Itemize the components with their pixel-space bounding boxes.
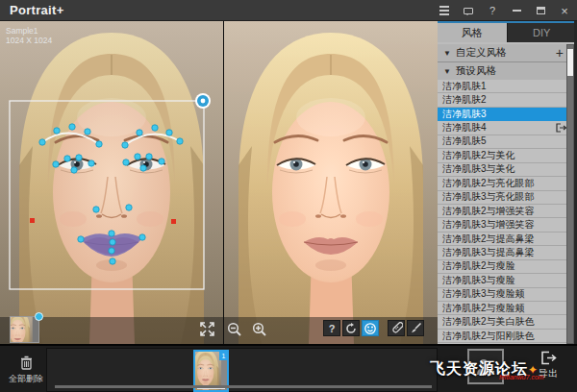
brush-tool-button[interactable] — [407, 320, 424, 336]
photo-canvas[interactable]: Sample1 1024 X 1024 — [0, 21, 438, 344]
zoom-in-icon — [252, 322, 266, 336]
landmark-overlay[interactable]: Sample1 1024 X 1024 — [0, 21, 223, 344]
section-label: 自定义风格 — [456, 46, 507, 60]
forum-watermark: 飞天资源论坛✦ feitianwu7.com — [430, 359, 538, 380]
before-image[interactable]: Sample1 1024 X 1024 — [0, 21, 223, 344]
style-item[interactable]: 洁净肌肤2与瘦脸颊 — [438, 302, 569, 315]
app-title: Portrait+ — [0, 3, 64, 17]
style-item-label: 洁净肌肤3与亮化眼部 — [442, 190, 535, 204]
collapse-icon[interactable]: ▼ — [443, 49, 451, 58]
style-item[interactable]: 洁净肌肤2与阳刚肤色 — [438, 330, 569, 343]
style-item-label: 洁净肌肤2与美白肤色 — [442, 315, 535, 329]
add-style-button[interactable]: + — [556, 46, 564, 60]
style-item-label: 洁净肌肤2与阳刚肤色 — [442, 330, 535, 343]
style-item[interactable]: 洁净肌肤3与提高鼻梁 — [438, 246, 569, 259]
help-icon[interactable]: ? — [486, 4, 499, 17]
face-frame — [10, 101, 204, 289]
style-item-label: 洁净肌肤2 — [442, 93, 487, 107]
style-item[interactable]: 洁净肌肤2与瘦脸 — [438, 260, 569, 274]
trash-icon — [20, 355, 33, 370]
landmark-points — [39, 124, 183, 264]
style-item-label: 洁净肌肤2与瘦脸 — [442, 259, 515, 273]
blemish-icon — [390, 322, 403, 334]
scrollbar-thumb[interactable] — [567, 49, 573, 76]
photo-filmstrip[interactable]: 1 — [46, 348, 438, 392]
collapse-icon[interactable]: ▼ — [443, 67, 451, 76]
styles-sidebar: 风格DIY ▼ 自定义风格 + ▼ 预设风格 洁净肌肤1洁净肌肤2洁净肌肤3洁净… — [438, 21, 577, 344]
style-list: 洁净肌肤1洁净肌肤2洁净肌肤3洁净肌肤4洁净肌肤5洁净肌肤2与美化洁净肌肤3与美… — [438, 80, 569, 344]
style-item-label: 洁净肌肤2与瘦脸颊 — [442, 302, 525, 315]
style-item-label: 洁净肌肤3与美化 — [442, 162, 515, 176]
face-points-toggle[interactable] — [362, 320, 379, 336]
style-item-label: 洁净肌肤3与增强笑容 — [442, 218, 535, 232]
delete-all-label: 全部删除 — [9, 373, 43, 385]
zoom-out-icon — [227, 322, 241, 336]
section-custom-styles[interactable]: ▼ 自定义风格 + — [438, 44, 569, 62]
style-item-label: 洁净肌肤3与提高鼻梁 — [442, 246, 535, 259]
style-item[interactable]: 洁净肌肤4 — [438, 121, 569, 135]
style-item[interactable]: 洁净肌肤2与增强笑容 — [438, 205, 569, 218]
portrait-plus-window: Portrait+ ? × Sample1 1024 X 1024 — [0, 0, 577, 392]
brush-icon — [410, 322, 422, 334]
delete-all-button[interactable]: 全部删除 — [6, 350, 46, 390]
image-name-label: Sample1 — [6, 26, 38, 36]
detected-face-thumbnail[interactable] — [10, 316, 39, 343]
style-item[interactable]: 洁净肌肤1 — [438, 80, 569, 93]
style-item-label: 洁净肌肤2与美化 — [442, 149, 515, 162]
bottom-bar: 全部删除 1 导出 飞天资源论坛✦ — [0, 344, 577, 392]
style-item[interactable]: 洁净肌肤3与瘦脸颊 — [438, 288, 569, 302]
frame-handle — [195, 93, 211, 109]
style-item[interactable]: 洁净肌肤5 — [438, 135, 569, 149]
sidebar-tabs: 风格DIY — [438, 23, 577, 42]
after-image[interactable] — [224, 21, 438, 344]
fit-screen-icon — [200, 322, 214, 336]
help-button[interactable]: ? — [323, 320, 340, 336]
style-item-label: 洁净肌肤5 — [442, 135, 487, 148]
style-item-label: 洁净肌肤3与瘦脸 — [442, 274, 515, 287]
tab-diy[interactable]: DIY — [508, 23, 577, 42]
image-size-label: 1024 X 1024 — [6, 36, 52, 45]
titlebar: Portrait+ ? × — [0, 0, 577, 21]
style-item-label: 洁净肌肤3与瘦脸颊 — [442, 287, 525, 301]
style-item[interactable]: 洁净肌肤2与亮化眼部 — [438, 177, 569, 190]
style-item-label: 洁净肌肤3 — [442, 108, 487, 121]
zoom-in-button[interactable] — [249, 320, 268, 337]
reset-icon — [345, 323, 357, 334]
section-preset-styles[interactable]: ▼ 预设风格 — [438, 62, 569, 81]
sidebar-scrollbar[interactable] — [566, 44, 574, 344]
style-item-label: 洁净肌肤2与增强笑容 — [442, 205, 535, 218]
style-item-label: 洁净肌肤4 — [442, 121, 487, 135]
tab-styles[interactable]: 风格 — [438, 23, 508, 42]
style-item[interactable]: 洁净肌肤3与亮化眼部 — [438, 191, 569, 205]
minimize-button[interactable] — [510, 4, 523, 17]
style-item[interactable]: 洁净肌肤2与美白肤色 — [438, 315, 569, 329]
maximize-button[interactable] — [534, 4, 547, 17]
filmstrip-scrollbar[interactable] — [55, 385, 432, 388]
section-label: 预设风格 — [456, 64, 496, 78]
style-item-label: 洁净肌肤2与提高鼻梁 — [442, 233, 535, 246]
style-item[interactable]: 洁净肌肤3与美化 — [438, 163, 569, 177]
blemish-tool-button[interactable] — [388, 320, 405, 336]
reset-button[interactable] — [342, 320, 360, 336]
cheek-markers — [30, 218, 176, 224]
face-points-icon — [364, 323, 376, 334]
style-item[interactable]: 洁净肌肤2 — [438, 93, 569, 107]
style-item-label: 洁净肌肤2与亮化眼部 — [442, 177, 535, 190]
style-item[interactable]: 洁净肌肤3 — [438, 108, 569, 121]
zoom-out-button[interactable] — [224, 320, 243, 337]
close-button[interactable]: × — [558, 4, 571, 17]
feedback-icon[interactable] — [462, 4, 475, 17]
style-item-label: 洁净肌肤1 — [442, 80, 487, 93]
face-count-badge — [35, 312, 43, 321]
style-item[interactable]: 洁净肌肤2与美化 — [438, 149, 569, 162]
style-item[interactable]: 洁净肌肤3与增强笑容 — [438, 218, 569, 232]
watermark-url: feitianwu7.com — [499, 374, 544, 380]
style-item[interactable]: 洁净肌肤2与提高鼻梁 — [438, 233, 569, 246]
export-icon — [540, 351, 557, 365]
style-item[interactable]: 洁净肌肤3与瘦脸 — [438, 274, 569, 287]
menu-icon[interactable] — [438, 4, 451, 17]
fit-screen-button[interactable] — [197, 320, 216, 337]
thumbnail-badge: 1 — [219, 351, 228, 360]
